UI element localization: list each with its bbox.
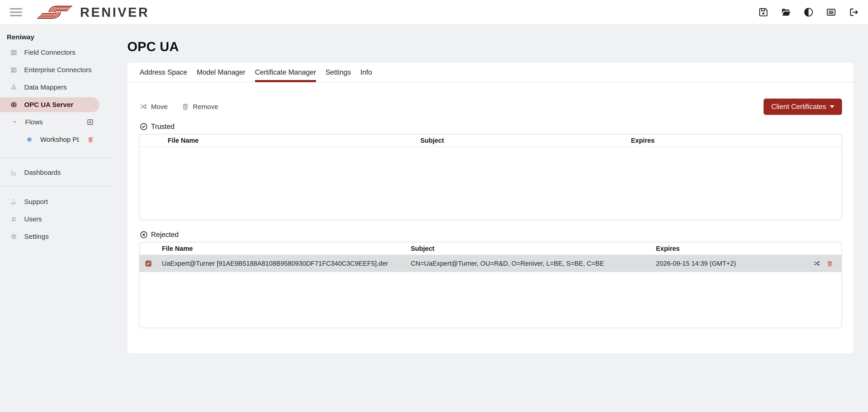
- sidebar-item-label: Users: [24, 215, 42, 223]
- caret-down-icon: [830, 106, 834, 108]
- column-header-expires: Expires: [656, 245, 842, 252]
- shuffle-icon: [140, 103, 147, 111]
- cell-subject: CN=UaExpert@Turner, OU=R&D, O=Reniver, L…: [411, 260, 656, 267]
- log-panel-icon[interactable]: [826, 7, 836, 18]
- logout-icon[interactable]: [848, 7, 859, 18]
- globe-icon: [10, 101, 17, 108]
- logo-wordmark: RENIVER: [80, 5, 149, 20]
- topbar-actions: [758, 7, 859, 18]
- sidebar-item-settings[interactable]: Settings: [0, 229, 114, 244]
- trash-icon[interactable]: [88, 137, 94, 143]
- trusted-table-header: File Name Subject Expires: [140, 134, 842, 147]
- sidebar-item-label: Data Mappers: [24, 83, 67, 91]
- server-stack-icon: [10, 66, 17, 73]
- column-header-subject: Subject: [411, 245, 656, 252]
- reniver-logo: RENIVER: [34, 5, 149, 20]
- move-button[interactable]: Move: [140, 103, 167, 111]
- main-content: OPC UA Address Space Model Manager Certi…: [114, 25, 868, 412]
- client-certificates-dropdown-button[interactable]: Client Certificates: [764, 98, 842, 115]
- rejected-certificate-row[interactable]: UaExpert@Turner [91AE9B5188A8108B9580930…: [140, 255, 842, 272]
- trash-icon: [182, 103, 189, 111]
- caret-down-icon[interactable]: [12, 120, 17, 125]
- check-circle-icon: [140, 123, 148, 131]
- save-icon[interactable]: [758, 7, 769, 18]
- column-header-file-name: File Name: [140, 137, 420, 144]
- people-icon: [10, 216, 17, 223]
- sidebar-item-opc-ua-server[interactable]: OPC UA Server: [0, 97, 99, 112]
- gear-icon: [10, 233, 17, 240]
- page-title: OPC UA: [127, 39, 854, 54]
- move-row-shuffle-icon[interactable]: [813, 260, 820, 267]
- blue-dot-icon: [27, 137, 32, 142]
- theme-contrast-icon[interactable]: [803, 7, 814, 18]
- tab-bar: Address Space Model Manager Certificate …: [127, 63, 854, 83]
- tab-address-space[interactable]: Address Space: [140, 63, 187, 82]
- trusted-label: Trusted: [151, 123, 175, 131]
- tab-certificate-manager[interactable]: Certificate Manager: [255, 63, 316, 82]
- client-certificates-label: Client Certificates: [771, 102, 826, 111]
- cell-file-name: UaExpert@Turner [91AE9B5188A8108B9580930…: [162, 260, 411, 267]
- rejected-table: File Name Subject Expires UaExper: [139, 242, 842, 328]
- x-circle-icon: [140, 231, 148, 239]
- rejected-table-empty-space: [140, 272, 842, 328]
- sidebar-item-label: Settings: [24, 233, 49, 240]
- opc-ua-card: Address Space Model Manager Certificate …: [127, 63, 854, 353]
- topbar: RENIVER: [0, 0, 868, 25]
- remove-button[interactable]: Remove: [182, 103, 218, 111]
- sidebar-item-dashboards[interactable]: Dashboards: [0, 165, 114, 180]
- tab-model-manager[interactable]: Model Manager: [197, 63, 245, 82]
- rejected-label: Rejected: [151, 231, 179, 239]
- reniver-logo-swoosh-icon: [34, 5, 76, 20]
- move-label: Move: [151, 103, 167, 111]
- flow-name-label: Workshop PLC: [40, 136, 79, 143]
- trusted-table: File Name Subject Expires: [139, 134, 842, 220]
- bar-chart-icon: [10, 169, 17, 176]
- sidebar: Reniway Field Connectors Enter: [0, 25, 114, 412]
- sidebar-item-label: Flows: [25, 118, 43, 126]
- sidebar-item-label: Field Connectors: [24, 49, 75, 56]
- open-folder-icon[interactable]: [781, 7, 791, 18]
- cell-expires: 2026-09-15 14:39 (GMT+2): [656, 260, 736, 267]
- sidebar-divider: [0, 186, 114, 186]
- column-header-file-name: File Name: [162, 245, 411, 252]
- sidebar-item-label: Enterprise Connectors: [24, 66, 92, 74]
- sidebar-item-label: Support: [24, 198, 48, 206]
- sidebar-item-enterprise-connectors[interactable]: Enterprise Connectors: [0, 62, 114, 77]
- tab-info[interactable]: Info: [360, 63, 372, 82]
- rejected-table-header: File Name Subject Expires: [140, 242, 842, 255]
- column-header-expires: Expires: [631, 137, 842, 144]
- sidebar-section-label: Reniway: [7, 33, 114, 41]
- sidebar-item-label: OPC UA Server: [24, 101, 73, 109]
- sidebar-divider: [0, 157, 114, 157]
- sidebar-item-field-connectors[interactable]: Field Connectors: [0, 45, 114, 60]
- row-actions: [813, 260, 833, 267]
- tab-settings[interactable]: Settings: [326, 63, 351, 82]
- sidebar-item-data-mappers[interactable]: Data Mappers: [0, 80, 114, 95]
- sidebar-subitem-workshop-plc[interactable]: Workshop PLC: [0, 132, 114, 147]
- rejected-section-label: Rejected: [139, 231, 842, 239]
- hamburger-menu-icon[interactable]: [10, 8, 22, 16]
- remove-label: Remove: [193, 103, 218, 111]
- trusted-table-empty-body: [140, 147, 842, 219]
- sidebar-item-users[interactable]: Users: [0, 212, 114, 227]
- hand-heart-icon: [10, 198, 17, 205]
- cubes-icon: [10, 84, 17, 91]
- delete-row-trash-icon[interactable]: [827, 261, 833, 267]
- column-header-subject: Subject: [420, 137, 631, 144]
- plus-square-icon[interactable]: [87, 119, 94, 125]
- trusted-section-label: Trusted: [139, 123, 842, 131]
- row-checkbox-checked[interactable]: [145, 261, 151, 267]
- sidebar-item-label: Dashboards: [24, 169, 61, 176]
- server-stack-icon: [10, 49, 17, 56]
- sidebar-item-support[interactable]: Support: [0, 194, 114, 209]
- certificate-toolbar: Move Remove: [139, 98, 842, 115]
- sidebar-item-flows[interactable]: Flows: [0, 115, 114, 129]
